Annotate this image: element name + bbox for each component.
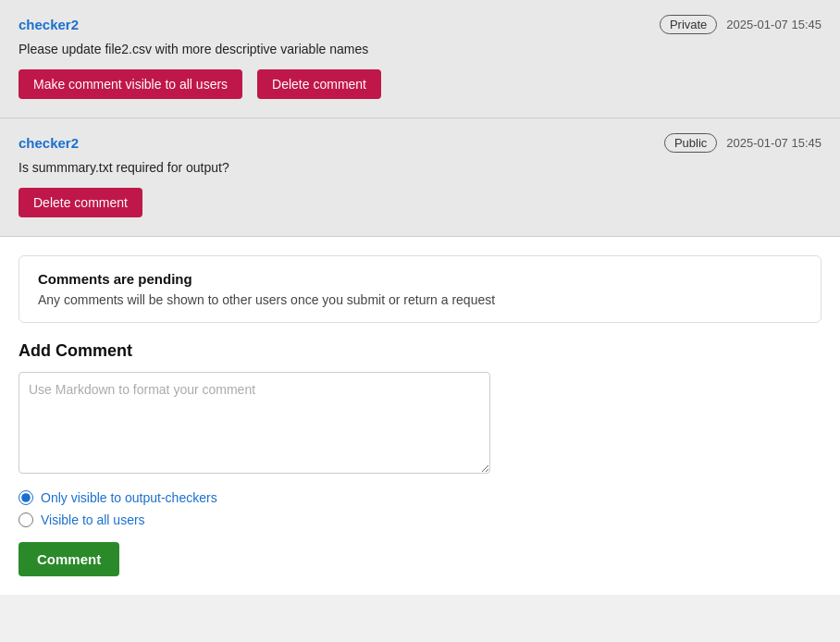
visibility-badge-2: Public (664, 133, 717, 153)
username-2[interactable]: checker2 (19, 135, 79, 151)
visibility-badge-1: Private (660, 15, 717, 34)
timestamp-1: 2025-01-07 15:45 (726, 18, 821, 31)
radio-all-label[interactable]: Visible to all users (19, 512, 821, 527)
radio-checkers-input[interactable] (19, 490, 33, 505)
visibility-radio-group: Only visible to output-checkers Visible … (19, 490, 821, 527)
submit-comment-button[interactable]: Comment (19, 542, 119, 576)
comment-actions-2: Delete comment (19, 188, 821, 217)
radio-checkers-text: Only visible to output-checkers (41, 490, 217, 505)
username-1[interactable]: checker2 (19, 17, 79, 32)
header-right-2: Public 2025-01-07 15:45 (664, 133, 821, 153)
pending-box: Comments are pending Any comments will b… (19, 255, 821, 323)
comment-actions-1: Make comment visible to all users Delete… (19, 69, 821, 99)
make-visible-button[interactable]: Make comment visible to all users (19, 69, 242, 99)
radio-all-text: Visible to all users (41, 512, 145, 527)
comment-textarea[interactable] (19, 372, 490, 474)
header-right-1: Private 2025-01-07 15:45 (660, 15, 821, 34)
add-comment-title: Add Comment (19, 341, 821, 361)
comment-header-2: checker2 Public 2025-01-07 15:45 (19, 133, 821, 153)
radio-all-input[interactable] (19, 512, 33, 527)
delete-comment-button-2[interactable]: Delete comment (19, 188, 142, 217)
comment-text-1: Please update file2.csv with more descri… (19, 42, 821, 56)
comment-text-2: Is summmary.txt required for output? (19, 160, 821, 175)
comment-header-1: checker2 Private 2025-01-07 15:45 (19, 15, 821, 34)
comment-block-2: checker2 Public 2025-01-07 15:45 Is summ… (0, 118, 840, 237)
delete-comment-button-1[interactable]: Delete comment (257, 69, 381, 99)
pending-title: Comments are pending (38, 271, 802, 287)
comment-block-1: checker2 Private 2025-01-07 15:45 Please… (0, 0, 840, 118)
radio-checkers-label[interactable]: Only visible to output-checkers (19, 490, 821, 505)
timestamp-2: 2025-01-07 15:45 (726, 136, 821, 150)
pending-description: Any comments will be shown to other user… (38, 292, 802, 307)
add-comment-section: Comments are pending Any comments will b… (0, 237, 840, 595)
